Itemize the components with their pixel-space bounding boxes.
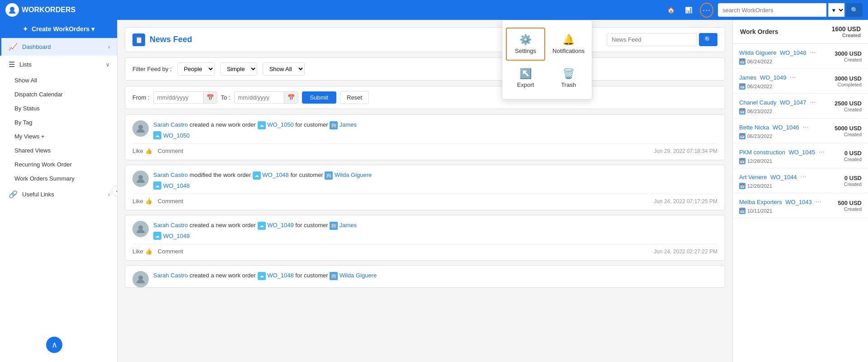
sidebar-sub-by-tag[interactable]: By Tag bbox=[0, 115, 117, 129]
sidebar-sub-by-status[interactable]: By Status bbox=[0, 101, 117, 115]
right-item-dots-4[interactable]: ··· bbox=[817, 147, 826, 157]
wo-sub-link-1[interactable]: WO_1050 bbox=[163, 131, 190, 140]
comment-button-2[interactable]: Comment bbox=[158, 198, 183, 205]
customer-link-3[interactable]: James bbox=[340, 222, 357, 229]
sidebar-sub-dispatch-calendar[interactable]: Dispatch Calendar bbox=[0, 87, 117, 101]
sidebar-sub-my-views[interactable]: My Views + bbox=[0, 129, 117, 143]
sidebar-label-lists: Lists bbox=[19, 61, 106, 68]
sidebar-sub-shared-views[interactable]: Shared Views bbox=[0, 143, 117, 157]
wo-sub-link-2[interactable]: WO_1048 bbox=[163, 181, 190, 191]
right-customer-link-5[interactable]: Art Venere bbox=[739, 174, 767, 181]
filter-show-all-select[interactable]: Show All bbox=[263, 62, 305, 76]
home-button[interactable]: 🏠 bbox=[665, 4, 678, 16]
settings-dropdown-item[interactable]: ⚙️ Settings bbox=[506, 28, 545, 61]
from-calendar-icon[interactable]: 📅 bbox=[203, 91, 217, 104]
like-button-3[interactable]: Like 👍 bbox=[132, 248, 152, 255]
filter-people-select[interactable]: People bbox=[177, 62, 215, 76]
author-link-3[interactable]: Sarah Castro bbox=[153, 222, 188, 229]
more-menu-button[interactable]: ··· bbox=[700, 3, 713, 18]
right-item-dots-1[interactable]: ··· bbox=[788, 72, 797, 82]
cal-icon-3: 📅 bbox=[739, 133, 745, 139]
sidebar-sub-wo-summary[interactable]: Work Orders Summary bbox=[0, 171, 117, 186]
right-item-left-2: Chanel Caudy WO_1047 ··· 📅 06/23/2022 bbox=[739, 97, 835, 114]
right-customer-link-4[interactable]: PKM construction bbox=[739, 149, 785, 156]
feed-search-icon: 🔍 bbox=[704, 36, 712, 43]
like-button-1[interactable]: Like 👍 bbox=[132, 148, 152, 154]
wo-link-3[interactable]: WO_1049 bbox=[267, 222, 294, 229]
right-wo-link-1[interactable]: WO_1049 bbox=[760, 74, 787, 81]
right-item-dots-0[interactable]: ··· bbox=[808, 48, 817, 57]
right-customer-link-3[interactable]: Bette Nicka bbox=[739, 124, 769, 131]
wo-sub-icon-2: ☁ bbox=[153, 181, 161, 190]
submit-button[interactable]: Submit bbox=[302, 91, 336, 104]
right-wo-link-3[interactable]: WO_1046 bbox=[773, 124, 799, 131]
right-item-date-text-5: 12/28/2021 bbox=[747, 183, 772, 189]
logo-area: WORKORDERS bbox=[5, 3, 75, 17]
right-customer-link-0[interactable]: Wilda Giguere bbox=[739, 49, 776, 56]
feed-search-button[interactable]: 🔍 bbox=[699, 33, 717, 46]
scroll-up-button[interactable]: ∧ bbox=[46, 337, 62, 353]
export-dropdown-item[interactable]: ↖️ Export bbox=[504, 62, 547, 94]
chart-button[interactable]: 📊 bbox=[682, 4, 695, 16]
feed-search-input[interactable] bbox=[607, 33, 697, 46]
right-wo-link-4[interactable]: WO_1045 bbox=[789, 149, 816, 156]
author-link-4[interactable]: Sarah Castro bbox=[153, 272, 188, 279]
sidebar-item-dashboard[interactable]: 📈 Dashboard › bbox=[0, 38, 117, 56]
right-item-dots-2[interactable]: ··· bbox=[808, 97, 817, 107]
right-item-dots-6[interactable]: ··· bbox=[813, 197, 823, 207]
right-item-right-1: 3000 USD Completed bbox=[835, 75, 862, 87]
right-wo-link-5[interactable]: WO_1044 bbox=[770, 174, 797, 181]
right-item-dots-3[interactable]: ··· bbox=[801, 122, 810, 132]
right-wo-link-2[interactable]: WO_1047 bbox=[780, 99, 807, 106]
feed-actions-3: Like 👍 Comment bbox=[132, 248, 183, 255]
by-status-label: By Status bbox=[14, 105, 40, 112]
svg-point-4 bbox=[138, 276, 143, 280]
right-customer-link-2[interactable]: Chanel Caudy bbox=[739, 99, 776, 106]
sidebar-item-useful-links[interactable]: 🔗 Useful Links › bbox=[0, 186, 117, 203]
author-link-2[interactable]: Sarah Castro bbox=[153, 171, 188, 178]
right-item-name-1: James WO_1049 ··· bbox=[739, 72, 835, 82]
sidebar-sub-show-all[interactable]: Show All bbox=[0, 73, 117, 87]
search-input[interactable] bbox=[718, 3, 826, 17]
right-item-status-0: Created bbox=[835, 57, 862, 62]
right-customer-link-6[interactable]: Melba Exporters bbox=[739, 199, 782, 205]
search-button[interactable]: 🔍 bbox=[846, 3, 863, 17]
notifications-dropdown-item[interactable]: 🔔 Notifications bbox=[547, 26, 590, 62]
right-item-amount-0: 3000 USD bbox=[835, 50, 862, 57]
feed-wo-sub-link-2: ☁ WO_1048 bbox=[153, 181, 717, 191]
sidebar-item-lists[interactable]: ☰ Lists ∨ bbox=[0, 56, 117, 73]
reset-button[interactable]: Reset bbox=[340, 91, 369, 104]
to-calendar-icon[interactable]: 📅 bbox=[284, 91, 298, 104]
wo-link-2[interactable]: WO_1048 bbox=[262, 171, 289, 178]
create-workorders-button[interactable]: ✦ Create WorkOrders ▾ bbox=[0, 20, 117, 38]
right-item-dots-5[interactable]: ··· bbox=[798, 172, 808, 182]
from-date-input[interactable] bbox=[153, 91, 203, 104]
customer-link-4[interactable]: Wilda Giguere bbox=[340, 272, 377, 279]
author-link-1[interactable]: Sarah Castro bbox=[153, 121, 188, 128]
right-customer-link-1[interactable]: James bbox=[739, 74, 756, 81]
shared-views-label: Shared Views bbox=[14, 147, 51, 154]
comment-button-1[interactable]: Comment bbox=[158, 148, 183, 154]
right-panel-item-2: Chanel Caudy WO_1047 ··· 📅 06/23/2022 25… bbox=[733, 94, 868, 119]
customer-link-2[interactable]: Wilda Giguere bbox=[335, 171, 372, 178]
wo-sub-link-3[interactable]: WO_1049 bbox=[163, 232, 190, 241]
wo-link-1[interactable]: WO_1050 bbox=[267, 121, 294, 128]
to-date-input[interactable] bbox=[234, 91, 284, 104]
right-item-left-1: James WO_1049 ··· 📅 06/24/2022 bbox=[739, 72, 835, 90]
right-item-right-3: 5000 USD Created bbox=[835, 125, 862, 137]
filter-simple-select[interactable]: Simple bbox=[220, 62, 257, 76]
comment-button-3[interactable]: Comment bbox=[158, 248, 183, 255]
right-item-right-5: 0 USD Created bbox=[844, 175, 862, 187]
feed-timestamp-1: Jun 29, 2022 07:18:34 PM bbox=[654, 148, 717, 154]
sidebar-sub-recurring-wo[interactable]: Recurring Work Order bbox=[0, 157, 117, 171]
right-item-name-6: Melba Exporters WO_1043 ··· bbox=[739, 197, 838, 207]
right-panel-top-status: Created bbox=[831, 33, 861, 38]
customer-link-1[interactable]: James bbox=[340, 121, 357, 128]
wo-link-4[interactable]: WO_1048 bbox=[267, 272, 294, 279]
right-wo-link-6[interactable]: WO_1043 bbox=[785, 199, 812, 205]
right-wo-link-0[interactable]: WO_1048 bbox=[780, 49, 807, 56]
settings-dropdown: ⚙️ Settings 🔔 Notifications ↖️ Export 🗑️… bbox=[502, 20, 592, 100]
search-type-dropdown[interactable]: ▾ bbox=[828, 3, 844, 17]
like-button-2[interactable]: Like 👍 bbox=[132, 198, 152, 205]
trash-dropdown-item[interactable]: 🗑️ Trash bbox=[547, 62, 590, 94]
